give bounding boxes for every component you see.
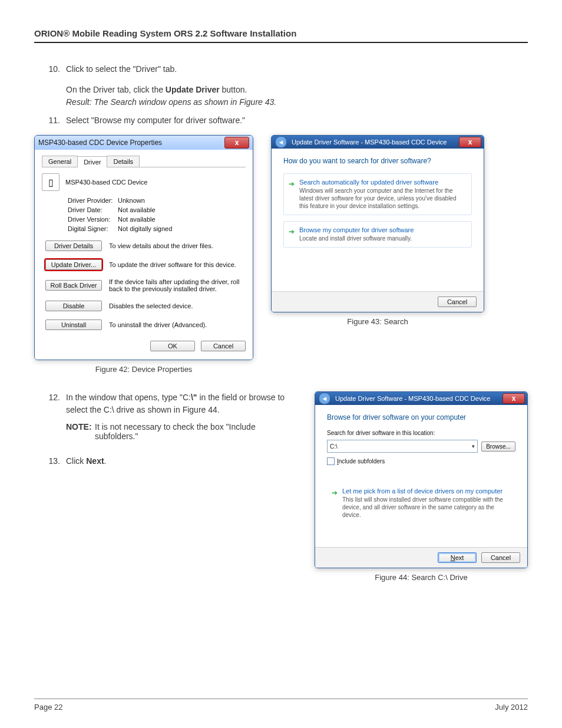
figure-43: ◄ Update Driver Software - MSP430-based … [271,135,484,374]
option-subtitle: Windows will search your computer and th… [299,187,465,210]
next-button[interactable]: Next [438,552,477,563]
step-12: 12. In the window that opens, type "C:\"… [34,391,297,416]
figure-42: MSP430-based CDC Device Properties x Gen… [34,135,253,374]
ok-button[interactable]: OK [150,341,195,351]
step-10: 10. Click to select the "Driver" tab. On… [34,63,528,108]
value: Not digitally signed [118,225,172,232]
uninstall-button[interactable]: Uninstall [45,319,102,330]
step-text: Click Next. [66,455,297,467]
tab-driver[interactable]: Driver [77,156,107,167]
step-number: 11. [34,114,66,127]
search-dialog: ◄ Update Driver Software - MSP430-based … [271,135,484,312]
step-result: Result: The Search window opens as shown… [66,96,528,108]
step-11: 11. Select "Browse my computer for drive… [34,114,528,127]
browse-button[interactable]: Browse... [481,442,515,452]
dialog-title: Update Driver Software - MSP430-based CD… [335,395,491,402]
label: Digital Signer: [68,225,118,232]
device-icon: ▯ [42,173,59,191]
browse-dialog: ◄ Update Driver Software - MSP430-based … [315,391,528,568]
close-icon[interactable]: x [459,137,481,147]
device-properties-dialog: MSP430-based CDC Device Properties x Gen… [34,135,253,360]
disable-button[interactable]: Disable [45,301,102,311]
step-number: 10. [34,63,66,108]
button-desc: To update the driver software for this d… [109,261,236,268]
include-subfolders-checkbox[interactable]: Include subfolders [327,457,515,465]
close-icon[interactable]: x [503,393,525,404]
dialog-heading: Browse for driver software on your compu… [327,413,515,421]
label: Driver Version: [68,216,118,223]
arrow-icon: ➔ [332,489,338,497]
figure-caption: Figure 42: Device Properties [95,365,193,374]
update-driver-button[interactable]: Update Driver... [45,259,102,270]
button-desc: To view details about the driver files. [109,242,213,249]
value: Not available [118,206,156,213]
button-desc: Disables the selected device. [109,302,193,309]
option-subtitle: Locate and install driver software manua… [299,235,465,242]
cancel-button[interactable]: Cancel [481,552,520,563]
chevron-down-icon[interactable]: ▾ [472,443,475,449]
arrow-icon: ➔ [289,228,295,236]
close-icon[interactable]: x [224,137,249,149]
option-title: Browse my computer for driver software [299,226,465,233]
button-desc: If the device fails after updating the d… [109,278,246,292]
rollback-driver-button[interactable]: Roll Back Driver [45,280,102,291]
figure-44: ◄ Update Driver Software - MSP430-based … [315,391,528,582]
note-block: NOTE: It is not necessary to check the b… [66,422,297,441]
cancel-button[interactable]: Cancel [438,297,477,307]
arrow-icon: ➔ [289,180,295,188]
option-subtitle: This list will show installed driver sof… [342,496,510,519]
figure-caption: Figure 43: Search [347,317,408,326]
step-13: 13. Click Next. [34,455,297,467]
step-text: In the window that opens, type "C:\" in … [66,391,297,416]
driver-details-button[interactable]: Driver Details [45,241,102,251]
page-footer: Page 22 July 2012 [34,699,528,711]
note-label: NOTE: [66,422,95,441]
page-date: July 2012 [495,703,528,711]
cancel-button[interactable]: Cancel [201,341,246,351]
option-browse-computer[interactable]: ➔ Browse my computer for driver software… [283,221,472,248]
page-number: Page 22 [34,703,62,711]
step-subtext: On the Driver tab, click the Update Driv… [66,84,528,96]
dialog-title: Update Driver Software - MSP430-based CD… [292,139,447,146]
note-text: It is not necessary to check the box "In… [95,422,297,441]
tab-details[interactable]: Details [107,156,140,167]
option-search-automatically[interactable]: ➔ Search automatically for updated drive… [283,173,472,215]
location-label: Search for driver software in this locat… [327,430,515,436]
figure-caption: Figure 44: Search C:\ Drive [375,573,468,582]
option-title: Let me pick from a list of device driver… [342,487,510,495]
step-number: 12. [34,391,66,416]
step-text: Click to select the "Driver" tab. [66,63,528,75]
value: Unknown [118,197,145,204]
back-icon[interactable]: ◄ [319,393,330,404]
button-desc: To uninstall the driver (Advanced). [109,321,207,328]
step-number: 13. [34,455,66,467]
back-icon[interactable]: ◄ [275,136,287,148]
tab-general[interactable]: General [42,156,78,167]
location-input[interactable]: C:\ ▾ [327,440,478,453]
option-title: Search automatically for updated driver … [299,179,465,186]
dialog-heading: How do you want to search for driver sof… [283,157,472,165]
page-header: ORION® Mobile Reading System ORS 2.2 Sof… [34,28,528,43]
dialog-title: MSP430-based CDC Device Properties [38,136,162,150]
label: Driver Provider: [68,197,118,204]
step-text: Select "Browse my computer for driver so… [66,114,528,127]
device-name: MSP430-based CDC Device [65,179,147,186]
label: Driver Date: [68,206,118,213]
checkbox-icon [327,457,335,465]
value: Not available [118,216,156,223]
option-pick-from-list[interactable]: ➔ Let me pick from a list of device driv… [327,483,515,523]
